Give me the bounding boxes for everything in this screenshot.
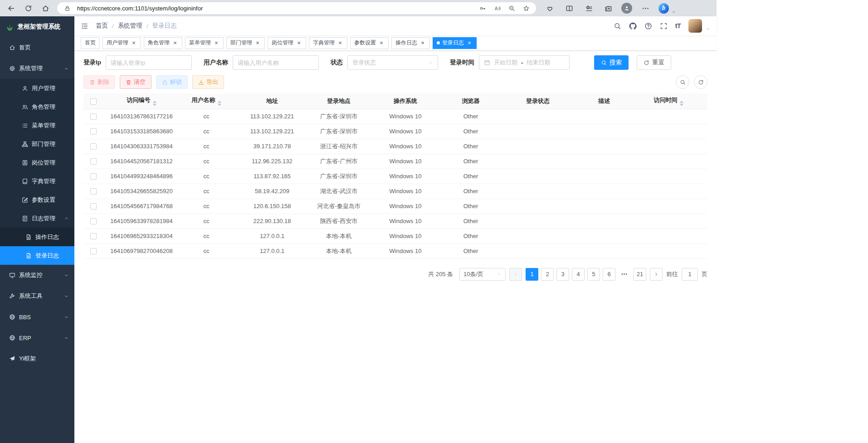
- collections-icon[interactable]: [602, 2, 614, 15]
- clear-button[interactable]: 清空: [120, 75, 151, 89]
- tab-post-mgmt[interactable]: 岗位管理×: [268, 37, 306, 49]
- date-range-picker[interactable]: 开始日期 - 结束日期: [479, 55, 570, 70]
- row-checkbox[interactable]: [90, 248, 97, 254]
- table-row[interactable]: 1641054566717984768cc120.6.150.158河北省-秦皇…: [83, 199, 707, 214]
- login-ip-input[interactable]: [106, 55, 192, 70]
- sidebar-item-home[interactable]: 首页: [0, 37, 74, 58]
- tab-user-mgmt[interactable]: 用户管理×: [102, 37, 141, 49]
- tab-home[interactable]: 首页: [81, 37, 100, 49]
- site-info-lock-icon[interactable]: [63, 4, 72, 13]
- reset-button[interactable]: 重置: [637, 55, 671, 70]
- row-checkbox[interactable]: [90, 158, 97, 165]
- page-size-select[interactable]: 10条/页: [459, 268, 506, 281]
- sidebar-item-system-mgmt[interactable]: 系统管理: [0, 58, 74, 79]
- tab-operation-log[interactable]: 操作日志×: [391, 37, 430, 49]
- sidebar-item-bbs[interactable]: BBS: [0, 307, 74, 327]
- table-row[interactable]: 1641069652933218304cc127.0.0.1本地-本机Windo…: [83, 229, 707, 243]
- table-row[interactable]: 1641031533185863680cc113.102.129.221广东省-…: [83, 124, 707, 139]
- row-checkbox[interactable]: [90, 143, 97, 150]
- row-checkbox[interactable]: [90, 203, 97, 209]
- sidebar-item-log-mgmt[interactable]: 日志管理: [0, 209, 74, 228]
- sidebar-item-user-mgmt[interactable]: 用户管理: [0, 79, 74, 97]
- sort-icon[interactable]: [680, 101, 683, 106]
- back-icon[interactable]: [5, 2, 17, 15]
- tab-role-mgmt[interactable]: 角色管理×: [144, 37, 182, 49]
- page-button-21[interactable]: 21: [634, 268, 646, 281]
- sidebar-item-yi-framework[interactable]: Yi框架: [0, 348, 74, 369]
- page-button-4[interactable]: 4: [572, 268, 585, 281]
- status-select[interactable]: 登录状态: [347, 55, 438, 70]
- table-row[interactable]: 1641043063331753984cc39.171.210.78浙江省-绍兴…: [83, 139, 707, 154]
- table-row[interactable]: 1641044993248464896cc113.87.92.165广东省-深圳…: [83, 169, 707, 184]
- github-icon[interactable]: [629, 22, 637, 30]
- page-button-5[interactable]: 5: [587, 268, 600, 281]
- sidebar-item-dict-mgmt[interactable]: 字典管理: [0, 172, 74, 190]
- sidebar-item-system-tools[interactable]: 系统工具: [0, 286, 74, 307]
- copilot-icon[interactable]: b: [658, 3, 669, 14]
- tab-param-settings[interactable]: 参数设置×: [350, 37, 389, 49]
- tab-close-icon[interactable]: ×: [172, 40, 178, 46]
- tab-menu-mgmt[interactable]: 菜单管理×: [185, 37, 224, 49]
- tab-close-icon[interactable]: ×: [213, 40, 219, 46]
- column-visit-id[interactable]: 访问编号: [103, 93, 180, 109]
- delete-button[interactable]: 删除: [83, 75, 115, 89]
- table-row[interactable]: 1641053426655825920cc58.19.42.209湖北省-武汉市…: [83, 184, 707, 199]
- table-row[interactable]: 1641069798270046208cc127.0.0.1本地-本机Windo…: [83, 243, 707, 258]
- tab-close-icon[interactable]: ×: [337, 40, 343, 46]
- tab-close-icon[interactable]: ×: [296, 40, 302, 46]
- tab-dept-mgmt[interactable]: 部门管理×: [226, 37, 265, 49]
- sidebar-item-login-log[interactable]: 登录日志: [0, 246, 74, 265]
- row-checkbox[interactable]: [90, 113, 97, 120]
- tab-close-icon[interactable]: ×: [419, 40, 426, 46]
- password-key-icon[interactable]: [478, 4, 487, 13]
- row-checkbox[interactable]: [90, 218, 97, 224]
- table-row[interactable]: 1641044520567181312cc112.96.225.132广东省-广…: [83, 154, 707, 169]
- split-screen-icon[interactable]: [563, 2, 575, 15]
- row-checkbox[interactable]: [90, 233, 97, 239]
- sidebar-item-role-mgmt[interactable]: 角色管理: [0, 97, 74, 116]
- tab-close-icon[interactable]: ×: [466, 40, 473, 46]
- row-checkbox[interactable]: [90, 173, 97, 180]
- page-button-6[interactable]: 6: [603, 268, 615, 281]
- font-size-icon[interactable]: tT: [675, 22, 681, 29]
- sidebar-item-operation-log[interactable]: 操作日志: [0, 228, 74, 246]
- row-checkbox[interactable]: [90, 128, 97, 135]
- toggle-search-button[interactable]: [676, 75, 689, 89]
- breadcrumb-system[interactable]: 系统管理: [118, 22, 142, 30]
- zoom-icon[interactable]: [507, 4, 516, 13]
- page-ellipsis[interactable]: •••: [618, 268, 631, 281]
- select-all-checkbox[interactable]: [90, 98, 97, 105]
- address-bar[interactable]: https://ccnetcore.com:1101/system/log/lo…: [57, 2, 536, 14]
- chevron-down-icon[interactable]: [672, 10, 676, 14]
- more-menu-icon[interactable]: [639, 2, 652, 15]
- favorites-icon[interactable]: [582, 2, 595, 15]
- column-user-name[interactable]: 用户名称: [180, 93, 233, 109]
- sidebar-item-param-settings[interactable]: 参数设置: [0, 190, 74, 209]
- reload-icon[interactable]: [22, 2, 34, 15]
- search-button[interactable]: 搜索: [594, 55, 629, 70]
- prev-page-button[interactable]: [509, 268, 522, 281]
- page-button-3[interactable]: 3: [556, 268, 569, 281]
- sort-icon[interactable]: [153, 101, 156, 106]
- row-checkbox[interactable]: [90, 188, 97, 195]
- sidebar-item-menu-mgmt[interactable]: 菜单管理: [0, 116, 74, 135]
- help-icon[interactable]: [644, 22, 652, 30]
- browser-essentials-icon[interactable]: [543, 2, 556, 15]
- next-page-button[interactable]: [650, 268, 663, 281]
- refresh-table-button[interactable]: [694, 75, 707, 89]
- header-search-icon[interactable]: [614, 22, 621, 30]
- sidebar-toggle-icon[interactable]: [81, 22, 88, 30]
- sidebar-item-post-mgmt[interactable]: 岗位管理: [0, 153, 74, 172]
- tab-close-icon[interactable]: ×: [254, 40, 261, 46]
- url-text[interactable]: https://ccnetcore.com:1101/system/log/lo…: [77, 5, 473, 12]
- fullscreen-icon[interactable]: [660, 22, 668, 30]
- page-button-2[interactable]: 2: [541, 268, 554, 281]
- unlock-button[interactable]: 解锁: [156, 75, 188, 89]
- tab-login-log[interactable]: 登录日志×: [433, 37, 477, 49]
- sidebar-item-dept-mgmt[interactable]: 部门管理: [0, 135, 74, 153]
- tab-dict-mgmt[interactable]: 字典管理×: [309, 37, 347, 49]
- sidebar-item-erp[interactable]: ERP: [0, 327, 74, 348]
- user-avatar[interactable]: [688, 19, 702, 33]
- export-button[interactable]: 导出: [192, 75, 224, 89]
- table-row[interactable]: 1641031367863177216cc113.102.129.221广东省-…: [83, 109, 707, 124]
